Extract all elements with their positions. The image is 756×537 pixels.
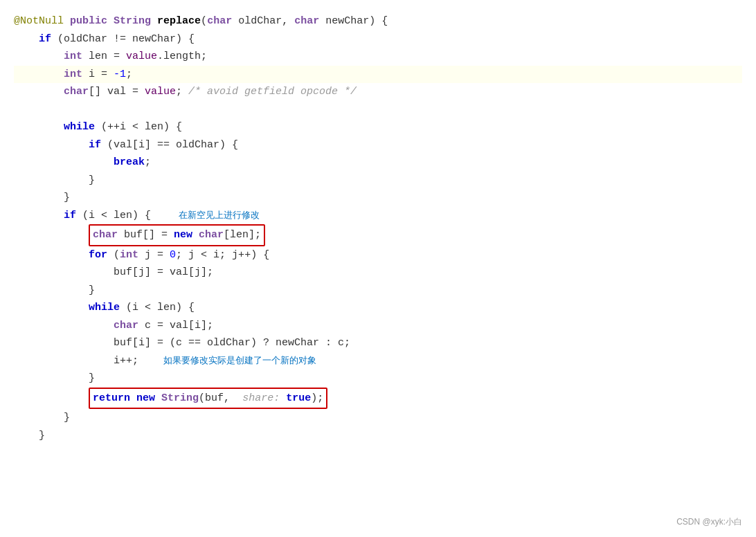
code-line-3: int len = value.length; — [14, 48, 742, 66]
kw-public: public — [70, 15, 107, 27]
code-line-21: } — [14, 370, 742, 388]
code-line-22: return new String(buf, share: true); — [14, 388, 742, 410]
type-string: String — [114, 15, 151, 27]
code-line-18: char c = val[i]; — [14, 317, 742, 335]
code-line-15: buf[j] = val[j]; — [14, 264, 742, 282]
code-line-20: i++; 如果要修改实际是创建了一个新的对象 — [14, 352, 742, 370]
code-line-9: break; — [14, 154, 742, 172]
code-line-4: int i = -1; — [14, 66, 742, 84]
code-line-12: if (i < len) {在新空见上进行修改 — [14, 207, 742, 225]
code-line-8: if (val[i] == oldChar) { — [14, 136, 742, 154]
red-box-char-buf: char buf[] = new char[len]; — [89, 224, 265, 246]
code-line-11: } — [14, 189, 742, 207]
code-line-7: while (++i < len) { — [14, 118, 742, 136]
red-box-return: return new String(buf, share: true); — [89, 388, 327, 410]
watermark: CSDN @xyk:小白 — [676, 515, 742, 529]
annotation-notnull: @NotNull — [14, 15, 64, 27]
annotation-note-1: 在新空见上进行修改 — [179, 210, 260, 220]
code-line-24: } — [14, 427, 742, 445]
code-line-19: buf[i] = (c == oldChar) ? newChar : c; — [14, 334, 742, 352]
code-line-6 — [14, 101, 742, 119]
code-line-5: char[] val = value; /* avoid getfield op… — [14, 83, 742, 101]
code-line-2: if (oldChar != newChar) { — [14, 30, 742, 48]
code-line-17: while (i < len) { — [14, 299, 742, 317]
code-line-10: } — [14, 172, 742, 190]
method-replace: replace — [157, 15, 201, 27]
code-container: @NotNull public String replace(char oldC… — [0, 0, 756, 537]
code-line-23: } — [14, 409, 742, 427]
code-line-1: @NotNull public String replace(char oldC… — [14, 12, 742, 30]
code-line-16: } — [14, 282, 742, 300]
code-line-14: for (int j = 0; j < i; j++) { — [14, 246, 742, 264]
annotation-note-2: 如果要修改实际是创建了一个新的对象 — [163, 355, 316, 365]
code-line-13: char buf[] = new char[len]; — [14, 224, 742, 246]
